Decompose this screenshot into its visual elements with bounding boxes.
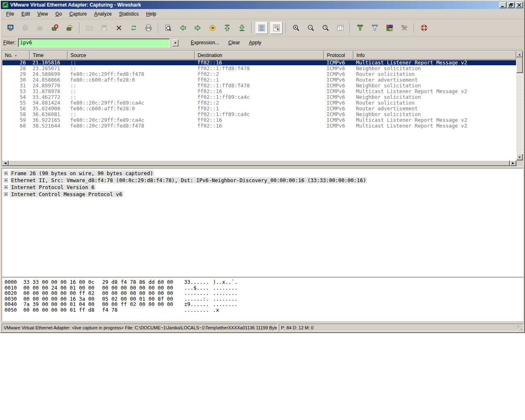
cell-time: 38.521644 — [30, 123, 68, 129]
go-top-icon[interactable] — [221, 22, 233, 34]
list-interfaces-icon[interactable] — [5, 22, 17, 34]
menu-go[interactable]: Go — [52, 10, 66, 18]
hex-row-0000[interactable]: 000033 33 00 00 00 16 00 0c29 d8 f4 78 8… — [5, 279, 522, 285]
menu-file[interactable]: File — [2, 10, 18, 18]
column-header-info[interactable]: Info — [354, 51, 516, 60]
cell-time: 35.024908 — [30, 106, 68, 112]
column-header-source[interactable]: Source — [68, 51, 195, 60]
menu-edit[interactable]: Edit — [18, 10, 34, 18]
column-header-time[interactable]: Time — [30, 51, 68, 60]
cell-no: 55 — [2, 100, 30, 106]
scroll-left-icon[interactable]: ◀ — [2, 160, 9, 166]
go-to-packet-icon[interactable] — [206, 22, 219, 34]
expander-plus-icon[interactable] — [4, 185, 8, 189]
capture-restart-icon[interactable] — [64, 22, 76, 34]
cell-destination: ff02::16 — [195, 60, 324, 66]
hex-row-0020[interactable]: 002000 00 00 00 00 00 ff 0200 00 00 00 0… — [5, 290, 522, 296]
restore-button[interactable] — [507, 2, 515, 8]
resize-columns-icon[interactable] — [334, 22, 347, 34]
hex-row-0030[interactable]: 003000 00 00 00 00 16 3a 0005 02 00 00 0… — [5, 296, 522, 302]
title-bar[interactable]: VMware Virtual Ethernet Adapter: Capturi… — [1, 1, 524, 9]
filter-input[interactable] — [18, 39, 170, 47]
autoscroll-icon[interactable] — [270, 22, 283, 34]
preferences-icon[interactable] — [398, 22, 411, 34]
zoom-in-icon[interactable] — [290, 22, 302, 34]
menu-view[interactable]: View — [34, 10, 52, 18]
scroll-right-icon[interactable]: ▶ — [510, 160, 516, 166]
go-forward-icon[interactable] — [192, 22, 204, 34]
print-icon[interactable] — [142, 22, 155, 34]
packet-row-31[interactable]: 3124.899770::ff02::1:ffd8:f478ICMPv6Neig… — [2, 83, 516, 89]
expander-plus-icon[interactable] — [4, 178, 8, 182]
packet-row-30[interactable]: 3024.858866fe80::c600:aff:fe28:0ff02::1I… — [2, 77, 516, 83]
zoom-100-icon[interactable] — [320, 22, 332, 34]
cell-protocol: ICMPv6 — [324, 117, 354, 123]
go-bottom-icon[interactable] — [236, 22, 248, 34]
packet-row-53[interactable]: 5331.878978::ff02::16ICMPv6Multicast Lis… — [2, 89, 516, 94]
expression-button[interactable]: Expression... — [188, 39, 221, 46]
find-packet-icon[interactable] — [162, 22, 174, 34]
detail-row-1[interactable]: Ethernet II, Src: Vmware_d8:f4:78 (00:0c… — [3, 177, 522, 184]
detail-row-2[interactable]: Internet Protocol Version 6 — [3, 184, 522, 191]
colorize-icon[interactable] — [256, 22, 268, 34]
packet-list-horizontal-scrollbar[interactable]: ◀ ▶ — [2, 160, 516, 166]
hex-row-0040[interactable]: 00407a 39 00 00 00 01 04 0000 00 ff 02 0… — [5, 301, 522, 307]
hex-dump-pane: 000033 33 00 00 00 16 00 0c29 d8 f4 78 8… — [2, 277, 523, 321]
menu-help[interactable]: Help — [142, 10, 160, 18]
vertical-scroll-thumb[interactable] — [516, 57, 523, 73]
packet-list-vertical-scrollbar[interactable]: ▲ ▼ — [516, 51, 523, 160]
scroll-down-icon[interactable]: ▼ — [516, 154, 523, 160]
ascii-left: ........ — [184, 307, 213, 313]
reload-icon[interactable] — [128, 22, 140, 34]
cell-source: fe80::c600:aff:fe28:0 — [68, 77, 195, 83]
coloring-rules-icon[interactable] — [383, 22, 396, 34]
scroll-up-icon[interactable]: ▲ — [516, 51, 523, 57]
status-bar: VMware Virtual Ethernet Adapter: <live c… — [1, 323, 524, 332]
capture-filter-icon[interactable] — [354, 22, 366, 34]
minimize-button[interactable] — [499, 2, 507, 8]
cell-no: 28 — [2, 66, 30, 71]
menu-analyze[interactable]: Analyze — [91, 10, 116, 18]
close-button[interactable] — [516, 2, 523, 8]
hex-row-0010[interactable]: 001000 00 00 24 00 01 00 0000 00 00 00 0… — [5, 285, 522, 291]
packet-row-56[interactable]: 5635.024908fe80::c600:aff:fe28:0ff02::1I… — [2, 106, 516, 112]
packet-row-58[interactable]: 5836.636081::ff02::1:ff89:ca4cICMPv6Neig… — [2, 112, 516, 117]
cell-no: 29 — [2, 71, 30, 77]
column-header-no[interactable]: No.▾ — [2, 51, 30, 60]
packet-row-60[interactable]: 6038.521644fe80::20c:29ff:fed8:f478ff02:… — [2, 123, 516, 129]
help-icon[interactable] — [418, 22, 430, 34]
packet-row-26[interactable]: 2621.105816::ff02::16ICMPv6Multicast Lis… — [2, 60, 516, 66]
packet-row-54[interactable]: 5433.462772::ff02::1:ff89:ca4cICMPv6Neig… — [2, 94, 516, 100]
horizontal-scroll-thumb[interactable] — [9, 160, 510, 166]
status-packet-counts: P: 84 D: 12 M: 0 — [279, 324, 523, 331]
packet-row-28[interactable]: 2823.285071::ff02::1:ffd8:f478ICMPv6Neig… — [2, 66, 516, 71]
packet-row-59[interactable]: 5936.922165fe80::20c:29ff:fe89:ca4cff02:… — [2, 117, 516, 123]
resize-grip[interactable] — [518, 326, 523, 331]
wireshark-window: VMware Virtual Ethernet Adapter: Capturi… — [0, 0, 525, 333]
menu-statistics[interactable]: Statistics — [115, 10, 142, 18]
menu-capture[interactable]: Capture — [66, 10, 91, 18]
cell-source: :: — [68, 83, 195, 89]
clear-button[interactable]: Clear — [226, 39, 242, 46]
zoom-out-icon[interactable] — [305, 22, 317, 34]
hex-row-0050[interactable]: 005000 00 00 00 00 01 ff d8f4 78........… — [5, 307, 522, 313]
expander-plus-icon[interactable] — [4, 192, 8, 196]
capture-stop-icon[interactable] — [49, 22, 61, 34]
cell-source: fe80::20c:29ff:fe89:ca4c — [68, 100, 195, 106]
vertical-scroll-track[interactable] — [516, 57, 523, 154]
cell-protocol: ICMPv6 — [324, 60, 354, 66]
column-header-destination[interactable]: Destination — [195, 51, 324, 60]
display-filter-icon[interactable] — [369, 22, 381, 34]
column-header-protocol[interactable]: Protocol — [324, 51, 354, 60]
packet-row-55[interactable]: 5534.881424fe80::20c:29ff:fe89:ca4cff02:… — [2, 100, 516, 106]
detail-row-0[interactable]: Frame 26 (90 bytes on wire, 90 bytes cap… — [3, 170, 522, 177]
go-back-icon[interactable] — [177, 22, 189, 34]
detail-row-3[interactable]: Internet Control Message Protocol v6 — [3, 191, 522, 198]
cell-time: 24.588699 — [30, 71, 68, 77]
hex-bytes-left: 00 00 00 24 00 01 00 00 — [23, 285, 102, 291]
filter-dropdown-button[interactable]: ▼ — [172, 39, 178, 46]
packet-row-29[interactable]: 2924.588699fe80::20c:29ff:fed8:f478ff02:… — [2, 71, 516, 77]
expander-plus-icon[interactable] — [4, 171, 8, 175]
close-file-icon[interactable] — [113, 22, 125, 34]
apply-button[interactable]: Apply — [247, 39, 264, 46]
